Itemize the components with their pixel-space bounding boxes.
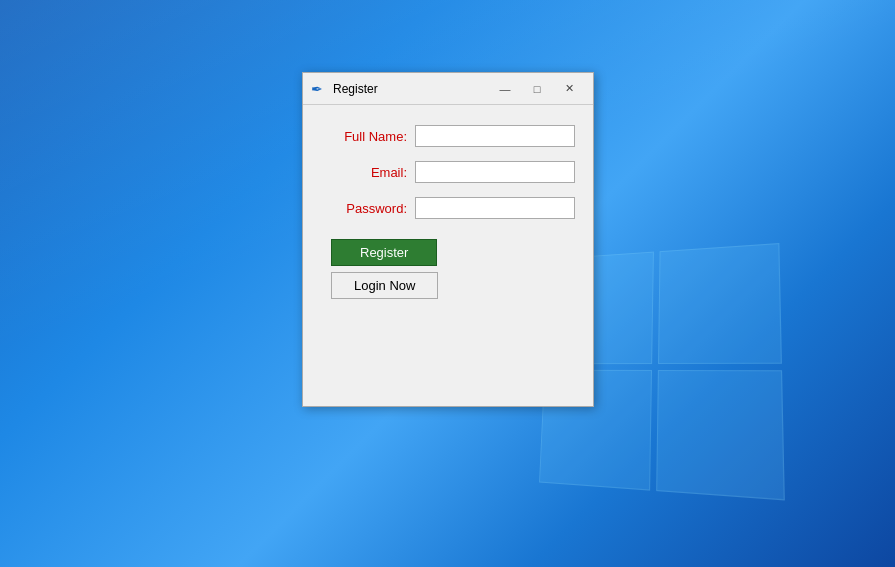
register-window: ✒ Register — □ ✕ Full Name: Email: Passw… xyxy=(302,72,594,407)
register-button[interactable]: Register xyxy=(331,239,437,266)
fullname-row: Full Name: xyxy=(327,125,569,147)
buttons-area: Register Login Now xyxy=(327,239,569,299)
logo-pane-br xyxy=(656,370,785,500)
password-label: Password: xyxy=(327,201,407,216)
logo-pane-tr xyxy=(658,243,782,364)
email-label: Email: xyxy=(327,165,407,180)
fullname-label: Full Name: xyxy=(327,129,407,144)
close-button[interactable]: ✕ xyxy=(553,77,585,101)
email-input[interactable] xyxy=(415,161,575,183)
title-bar: ✒ Register — □ ✕ xyxy=(303,73,593,105)
maximize-button[interactable]: □ xyxy=(521,77,553,101)
window-content: Full Name: Email: Password: Register Log… xyxy=(303,105,593,406)
window-title: Register xyxy=(333,82,489,96)
minimize-button[interactable]: — xyxy=(489,77,521,101)
login-now-button[interactable]: Login Now xyxy=(331,272,438,299)
app-icon: ✒ xyxy=(311,81,327,97)
email-row: Email: xyxy=(327,161,569,183)
window-controls: — □ ✕ xyxy=(489,77,585,101)
password-row: Password: xyxy=(327,197,569,219)
fullname-input[interactable] xyxy=(415,125,575,147)
password-input[interactable] xyxy=(415,197,575,219)
